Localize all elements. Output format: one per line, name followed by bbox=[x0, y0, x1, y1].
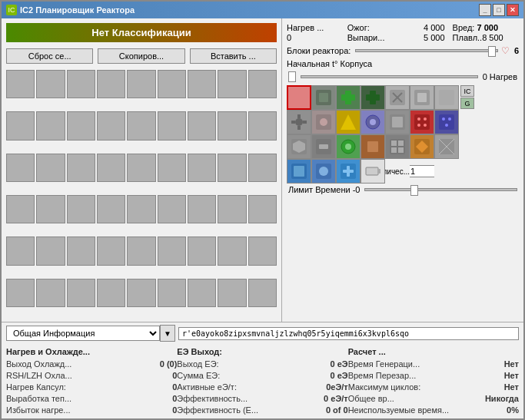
info-dropdown[interactable]: Общая Информация bbox=[6, 326, 160, 341]
grid-cell[interactable] bbox=[36, 154, 65, 182]
grid-cell[interactable] bbox=[97, 279, 125, 307]
item-cell-green[interactable] bbox=[336, 85, 361, 110]
grid-cell[interactable] bbox=[97, 195, 125, 223]
grid-cell[interactable] bbox=[67, 195, 95, 223]
grid-cell[interactable] bbox=[248, 70, 277, 98]
ic-button[interactable]: IC bbox=[460, 85, 474, 97]
grid-cell[interactable] bbox=[6, 279, 35, 307]
grid-cell[interactable] bbox=[248, 279, 277, 307]
grid-cell[interactable] bbox=[218, 111, 246, 140]
item-cell-orange2[interactable] bbox=[410, 134, 434, 159]
grid-cell[interactable] bbox=[188, 279, 216, 307]
grid-cell[interactable] bbox=[67, 70, 95, 98]
grid-cell[interactable] bbox=[248, 111, 277, 140]
grid-cell[interactable] bbox=[188, 236, 216, 265]
grid-cell[interactable] bbox=[67, 111, 95, 140]
grid-cell[interactable] bbox=[188, 70, 216, 98]
reactor-blocks-thumb[interactable] bbox=[488, 46, 496, 57]
code-field[interactable]: r'e0ayoko8zipxsmvnaljzlzwhq05r5yiqemmi6x… bbox=[178, 327, 519, 340]
grid-cell[interactable] bbox=[218, 279, 246, 307]
grid-cell[interactable] bbox=[188, 111, 216, 140]
grid-cell[interactable] bbox=[218, 195, 246, 223]
item-cell-red[interactable] bbox=[287, 85, 311, 110]
grid-cell[interactable] bbox=[67, 154, 95, 182]
item-cell-gray4[interactable] bbox=[311, 134, 336, 159]
grid-cell[interactable] bbox=[248, 154, 277, 182]
item-cell-gray5[interactable] bbox=[385, 134, 410, 159]
reset-button[interactable]: Сброс се... bbox=[6, 48, 93, 64]
item-cell-red-dots[interactable] bbox=[410, 110, 434, 134]
grid-cell[interactable] bbox=[36, 111, 65, 140]
item-cell-gray1[interactable] bbox=[385, 85, 410, 110]
reactor-grid bbox=[2, 67, 281, 322]
item-cell-blue5[interactable] bbox=[336, 159, 361, 184]
grid-cell[interactable] bbox=[67, 236, 95, 265]
grid-cell[interactable] bbox=[158, 195, 186, 223]
item-cell[interactable] bbox=[311, 85, 336, 110]
grid-cell[interactable] bbox=[36, 236, 65, 265]
grid-cell[interactable] bbox=[6, 111, 35, 140]
temp-row: Начальная t° Корпуса bbox=[287, 59, 519, 68]
close-button[interactable]: ✕ bbox=[507, 4, 519, 16]
grid-cell[interactable] bbox=[6, 236, 35, 265]
grid-cell[interactable] bbox=[127, 111, 155, 140]
item-cell-3[interactable] bbox=[385, 110, 410, 134]
dropdown-arrow[interactable]: ▼ bbox=[160, 325, 175, 342]
grid-cell[interactable] bbox=[218, 236, 246, 265]
time-thumb[interactable] bbox=[410, 185, 418, 196]
svg-rect-10 bbox=[417, 93, 427, 102]
grid-cell[interactable] bbox=[6, 70, 35, 98]
quantity-input[interactable] bbox=[410, 165, 434, 177]
paste-button[interactable]: Вставить ... bbox=[190, 48, 277, 64]
item-cell-blue2[interactable] bbox=[434, 110, 459, 134]
grid-cell[interactable] bbox=[127, 236, 155, 265]
grid-cell[interactable] bbox=[97, 70, 125, 98]
grid-cell[interactable] bbox=[158, 236, 186, 265]
item-cell-gray6[interactable] bbox=[434, 134, 459, 159]
item-cell-gear[interactable] bbox=[287, 110, 311, 134]
item-cell-green3[interactable] bbox=[336, 134, 361, 159]
grid-cell[interactable] bbox=[127, 195, 155, 223]
grid-cell[interactable] bbox=[127, 70, 155, 98]
grid-cell[interactable] bbox=[188, 154, 216, 182]
grid-cell[interactable] bbox=[36, 195, 65, 223]
grid-cell[interactable] bbox=[127, 154, 155, 182]
item-cell-blue[interactable] bbox=[361, 110, 385, 134]
grid-cell[interactable] bbox=[97, 154, 125, 182]
item-cell-yellow[interactable] bbox=[336, 110, 361, 134]
grid-cell[interactable] bbox=[6, 195, 35, 223]
item-cell-shield[interactable] bbox=[287, 134, 311, 159]
reactor-blocks-slider[interactable] bbox=[355, 49, 497, 52]
grid-cell[interactable] bbox=[218, 70, 246, 98]
grid-cell[interactable] bbox=[158, 111, 186, 140]
grid-cell[interactable] bbox=[218, 154, 246, 182]
grid-cell[interactable] bbox=[127, 279, 155, 307]
g-button[interactable]: G bbox=[460, 98, 474, 109]
temp-slider[interactable] bbox=[301, 75, 478, 78]
grid-cell[interactable] bbox=[67, 279, 95, 307]
grid-cell[interactable] bbox=[248, 236, 277, 265]
item-cell-blue4[interactable] bbox=[311, 159, 336, 184]
item-cell-orange[interactable] bbox=[361, 134, 385, 159]
grid-cell[interactable] bbox=[158, 70, 186, 98]
grid-cell[interactable] bbox=[158, 279, 186, 307]
grid-cell[interactable] bbox=[97, 111, 125, 140]
time-slider[interactable] bbox=[364, 188, 517, 191]
grid-cell[interactable] bbox=[36, 279, 65, 307]
grid-cell[interactable] bbox=[6, 154, 35, 182]
maximize-button[interactable]: □ bbox=[493, 4, 505, 16]
grid-cell[interactable] bbox=[188, 195, 216, 223]
grid-cell[interactable] bbox=[248, 195, 277, 223]
minimize-button[interactable]: _ bbox=[479, 4, 491, 16]
item-cell-gray3[interactable] bbox=[434, 85, 459, 110]
item-cell-blue3[interactable] bbox=[287, 159, 311, 184]
item-cell-2[interactable] bbox=[311, 110, 336, 134]
temp-thumb-small[interactable] bbox=[288, 71, 296, 82]
item-cell-gray2[interactable] bbox=[410, 85, 434, 110]
item-cell-battery[interactable] bbox=[361, 159, 385, 184]
copy-button[interactable]: Скопиров... bbox=[98, 48, 184, 64]
grid-cell[interactable] bbox=[97, 236, 125, 265]
grid-cell[interactable] bbox=[36, 70, 65, 98]
grid-cell[interactable] bbox=[158, 154, 186, 182]
item-cell-green2[interactable] bbox=[361, 85, 385, 110]
